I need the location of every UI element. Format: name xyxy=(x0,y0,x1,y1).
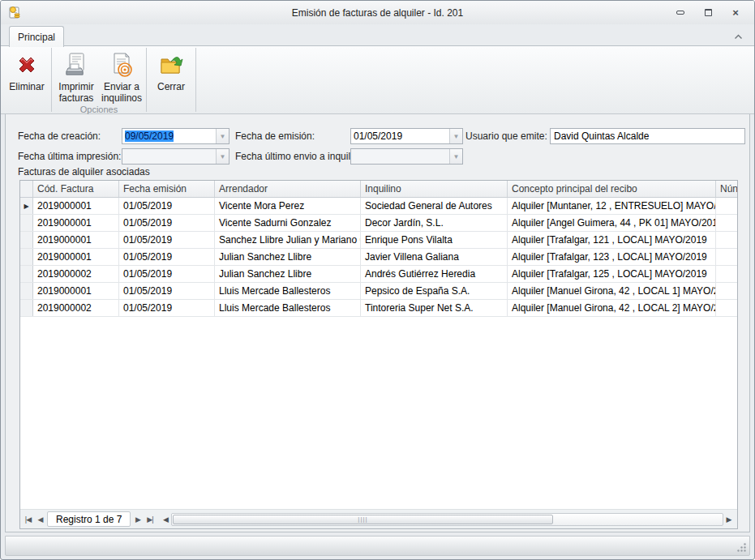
column-header-concepto[interactable]: Concepto principal del recibo xyxy=(508,181,716,197)
grid-caption: Facturas de alquiler asociadas xyxy=(18,166,150,177)
row-indicator-arrow: ▶ xyxy=(20,198,33,214)
ribbon-collapse-button[interactable] xyxy=(731,31,744,42)
cell[interactable]: 01/05/2019 xyxy=(119,249,215,265)
cell[interactable] xyxy=(716,232,737,248)
cell[interactable]: 2019000001 xyxy=(33,232,119,248)
chevron-down-icon: ▼ xyxy=(453,153,460,160)
ribbon-separator xyxy=(146,48,147,112)
next-record-button[interactable]: ▶ xyxy=(132,515,143,524)
scroll-right-button[interactable]: ▶ xyxy=(723,515,735,524)
cell[interactable]: Javier Villena Galiana xyxy=(361,249,508,265)
cell[interactable]: Sanchez Llibre Julian y Mariano C... xyxy=(215,232,361,248)
row-indicator xyxy=(20,215,33,231)
cell[interactable]: 01/05/2019 xyxy=(119,232,215,248)
cerrar-label: Cerrar xyxy=(157,81,185,92)
title-bar: Emisión de facturas de alquiler - Id. 20… xyxy=(1,1,754,24)
cell[interactable]: Alquiler [Muntaner, 12 , ENTRESUELO] MAY… xyxy=(508,198,716,214)
eliminar-button[interactable]: Eliminar xyxy=(4,48,49,100)
maximize-button[interactable] xyxy=(701,7,715,19)
column-header-numero[interactable]: Nún xyxy=(716,181,737,197)
ribbon-separator xyxy=(195,48,196,112)
tab-principal[interactable]: Principal xyxy=(9,26,64,47)
ultima-impresion-label: Fecha última impresión: xyxy=(18,151,121,162)
column-header-arrendador[interactable]: Arrendador xyxy=(215,181,361,197)
cell[interactable]: Alquiler [Angel Guimera, 44 , PK 01] MAY… xyxy=(508,215,716,231)
cerrar-button[interactable]: Cerrar xyxy=(148,48,194,100)
cell[interactable] xyxy=(716,249,737,265)
cell[interactable]: Tintoreria Super Net S.A. xyxy=(361,300,508,316)
cell[interactable]: 2019000001 xyxy=(33,215,119,231)
table-row[interactable]: ▶201900000101/05/2019Vicente Mora PerezS… xyxy=(20,198,737,215)
dropdown-button[interactable]: ▼ xyxy=(449,129,462,143)
cell[interactable]: 01/05/2019 xyxy=(119,266,215,282)
table-row[interactable]: 201900000101/05/2019Lluis Mercade Balles… xyxy=(20,283,737,300)
cell[interactable] xyxy=(716,215,737,231)
cell[interactable] xyxy=(716,198,737,214)
cell[interactable]: 2019000001 xyxy=(33,283,119,299)
column-header-cod-factura[interactable]: Cód. Factura xyxy=(33,181,119,197)
dropdown-button[interactable]: ▼ xyxy=(216,149,229,164)
cell[interactable] xyxy=(716,266,737,282)
cell[interactable]: Enrique Pons Vilalta xyxy=(361,232,508,248)
cell[interactable]: Vicente Sadurni Gonzalez xyxy=(215,215,361,231)
cell[interactable]: Vicente Mora Perez xyxy=(215,198,361,214)
record-navigator: |◀ ◀ Registro 1 de 7 ▶ ▶| ◀ |||| ▶ xyxy=(20,509,737,528)
cell[interactable]: Alquiler [Manuel Girona, 42 , LOCAL 2] M… xyxy=(508,300,716,316)
enviar-inquilinos-button[interactable]: Enviar a inquilinos xyxy=(99,48,144,104)
cell[interactable]: 01/05/2019 xyxy=(119,198,215,214)
cell[interactable]: Julian Sanchez Llibre xyxy=(215,249,361,265)
fecha-emision-label: Fecha de emisión: xyxy=(235,130,315,142)
table-row[interactable]: 201900000201/05/2019Julian Sanchez Llibr… xyxy=(20,266,737,283)
cell[interactable]: Alquiler [Trafalgar, 123 , LOCAL] MAYO/2… xyxy=(508,249,716,265)
column-header-fecha-emision[interactable]: Fecha emisión xyxy=(119,181,215,197)
cell[interactable]: Lluis Mercade Ballesteros xyxy=(215,300,361,316)
record-counter: Registro 1 de 7 xyxy=(47,511,131,527)
first-record-button[interactable]: |◀ xyxy=(23,515,33,524)
scroll-left-button[interactable]: ◀ xyxy=(160,515,171,524)
cell[interactable] xyxy=(716,300,737,316)
ultimo-envio-field[interactable]: ▼ xyxy=(350,148,463,165)
fecha-emision-value: 01/05/2019 xyxy=(351,129,449,143)
row-indicator xyxy=(20,300,33,316)
minimize-button[interactable] xyxy=(673,7,688,19)
ribbon-separator xyxy=(51,48,52,112)
fecha-emision-field[interactable]: 01/05/2019 ▼ xyxy=(350,128,463,144)
cell[interactable]: Alquiler [Manuel Girona, 42 , LOCAL 1] M… xyxy=(508,283,716,299)
cell[interactable]: Pepsico de España S.A. xyxy=(361,283,508,299)
table-row[interactable]: 201900000101/05/2019Julian Sanchez Llibr… xyxy=(20,249,737,266)
cell[interactable]: 2019000001 xyxy=(33,249,119,265)
cell[interactable]: Sociedad General de Autores xyxy=(361,198,508,214)
cell[interactable]: 01/05/2019 xyxy=(119,283,215,299)
scrollbar-thumb[interactable]: |||| xyxy=(173,515,552,524)
cell[interactable]: Lluis Mercade Ballesteros xyxy=(215,283,361,299)
table-row[interactable]: 201900000101/05/2019Sanchez Llibre Julia… xyxy=(20,232,737,249)
cell[interactable]: 01/05/2019 xyxy=(119,215,215,231)
cell[interactable]: Decor Jardín, S.L. xyxy=(361,215,508,231)
cell[interactable]: Alquiler [Trafalgar, 125 , LOCAL] MAYO/2… xyxy=(508,266,716,282)
cell[interactable]: 01/05/2019 xyxy=(119,300,215,316)
imprimir-facturas-button[interactable]: Imprimir facturas xyxy=(54,48,99,104)
cell[interactable]: Alquiler [Trafalgar, 121 , LOCAL] MAYO/2… xyxy=(508,232,716,248)
cell[interactable]: Julian Sanchez Llibre xyxy=(215,266,361,282)
close-folder-icon xyxy=(157,51,185,79)
previous-record-button[interactable]: ◀ xyxy=(35,515,45,524)
ultima-impresion-field[interactable]: ▼ xyxy=(122,148,230,165)
ribbon-group-label: Opciones xyxy=(54,104,144,115)
chevron-down-icon: ▼ xyxy=(453,133,460,140)
dropdown-button[interactable]: ▼ xyxy=(216,129,229,143)
scrollbar-track[interactable]: |||| xyxy=(171,513,723,526)
dropdown-button[interactable]: ▼ xyxy=(449,149,462,164)
resize-grip[interactable] xyxy=(736,542,747,553)
table-row[interactable]: 201900000201/05/2019Lluis Mercade Balles… xyxy=(20,300,737,317)
cell[interactable] xyxy=(716,283,737,299)
table-row[interactable]: 201900000101/05/2019Vicente Sadurni Gonz… xyxy=(20,215,737,232)
close-button[interactable]: × xyxy=(728,7,743,19)
cell[interactable]: 2019000002 xyxy=(33,300,119,316)
cell[interactable]: 2019000002 xyxy=(33,266,119,282)
last-record-button[interactable]: ▶| xyxy=(144,515,155,524)
usuario-emite-field[interactable]: David Quintas Alcalde xyxy=(550,128,745,144)
cell[interactable]: Andrés Gutiérrez Heredia xyxy=(361,266,508,282)
fecha-creacion-field[interactable]: 09/05/2019 ▼ xyxy=(122,128,230,144)
cell[interactable]: 2019000001 xyxy=(33,198,119,214)
column-header-inquilino[interactable]: Inquilino xyxy=(361,181,508,197)
